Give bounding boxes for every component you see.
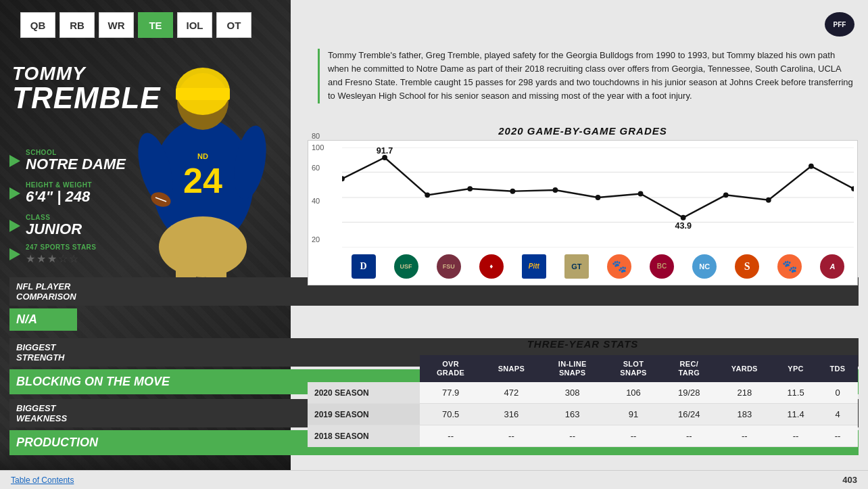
nfl-comparison-value-box: N/A xyxy=(9,308,77,331)
svg-text:91.7: 91.7 xyxy=(377,147,393,156)
stat-stars: 247 Sports Stars ★ ★ ★ ☆ ☆ xyxy=(9,243,97,265)
logo-unc: NC xyxy=(692,254,717,279)
stat-height: Height & Weight 6'4" | 248 xyxy=(9,181,92,205)
player-name: TOMMY TREMBLE xyxy=(12,64,161,113)
table-row: 2020 SEASON 77.9 472 308 106 19/28 218 1… xyxy=(308,382,858,404)
ypc-2020: 11.5 xyxy=(774,382,817,404)
tds-2020: 0 xyxy=(817,382,858,404)
logo-syracuse: S xyxy=(735,254,759,279)
stats-title: THREE-YEAR STATS xyxy=(308,338,858,350)
tab-ot[interactable]: OT xyxy=(216,12,251,38)
svg-point-23 xyxy=(467,186,473,191)
snaps-2019: 316 xyxy=(481,404,541,425)
school-arrow xyxy=(9,155,20,167)
stats-table: OVRGRADE SNAPS IN-LINESNAPS SLOTSNAPS RE… xyxy=(308,355,858,447)
logo-clemson: 🐾 xyxy=(607,254,631,279)
inline-2020: 308 xyxy=(541,382,604,404)
class-arrow xyxy=(9,220,20,232)
stars-display: ★ ★ ★ ☆ ☆ xyxy=(26,252,97,265)
svg-point-25 xyxy=(553,187,558,193)
season-2019: 2019 SEASON xyxy=(308,404,420,425)
bio-section: Tommy Tremble's father, Greg Tremble, pl… xyxy=(318,49,854,103)
rec-2019: 16/24 xyxy=(663,404,715,425)
svg-point-27 xyxy=(638,191,644,197)
snaps-2020: 472 xyxy=(481,382,541,404)
y-label-60: 60 xyxy=(312,164,320,172)
pff-logo: PFF xyxy=(825,12,854,37)
svg-text:43.9: 43.9 xyxy=(675,220,692,231)
yards-2018: -- xyxy=(715,425,775,447)
chart-container: 20 40 60 80 100 xyxy=(308,140,858,285)
logo-usf: USF xyxy=(394,254,418,279)
th-yards: YARDS xyxy=(715,355,775,382)
yards-2019: 183 xyxy=(715,404,775,425)
stats-section: THREE-YEAR STATS OVRGRADE SNAPS IN-LINES… xyxy=(308,338,858,447)
bio-text: Tommy Tremble's father, Greg Tremble, pl… xyxy=(328,49,854,103)
ypc-2018: -- xyxy=(774,425,817,447)
ovr-2020: 77.9 xyxy=(420,382,481,404)
svg-point-22 xyxy=(425,192,430,197)
svg-point-26 xyxy=(596,195,601,200)
tab-qb[interactable]: QB xyxy=(20,12,55,38)
y-label-20: 20 xyxy=(312,235,320,243)
star-5: ☆ xyxy=(69,252,78,265)
svg-text:24: 24 xyxy=(183,161,222,200)
th-rec: REC/TARG xyxy=(663,355,715,382)
height-value: 6'4" | 248 xyxy=(26,189,92,205)
chart-title: 2020 GAME-BY-GAME GRADES xyxy=(308,125,858,137)
school-value: NOTRE DAME xyxy=(26,156,126,172)
svg-text:ND: ND xyxy=(197,152,208,160)
tab-te[interactable]: TE xyxy=(138,12,173,38)
svg-point-7 xyxy=(159,216,247,277)
toc-link[interactable]: Table of Contents xyxy=(11,475,74,485)
svg-point-31 xyxy=(809,164,814,169)
table-row: 2019 SEASON 70.5 316 163 91 16/24 183 11… xyxy=(308,404,858,425)
logo-duke: D xyxy=(352,254,376,279)
season-2020: 2020 SEASON xyxy=(308,382,420,404)
yards-2020: 218 xyxy=(715,382,775,404)
tab-iol[interactable]: IOL xyxy=(177,12,212,38)
star-1: ★ xyxy=(26,252,35,265)
tab-rb[interactable]: RB xyxy=(59,12,95,38)
table-row: 2018 SEASON -- -- -- -- -- -- -- -- xyxy=(308,425,858,447)
svg-rect-4 xyxy=(176,88,230,100)
strength-value: BLOCKING ON THE MOVE xyxy=(16,375,170,388)
chart-svg: 91.7 43.9 xyxy=(342,147,854,248)
bio-border: Tommy Tremble's father, Greg Tremble, pl… xyxy=(318,49,854,103)
class-content: Class JUNIOR xyxy=(26,214,82,237)
height-content: Height & Weight 6'4" | 248 xyxy=(26,181,92,205)
tds-2018: -- xyxy=(817,425,858,447)
stars-content: 247 Sports Stars ★ ★ ★ ☆ ☆ xyxy=(26,243,97,265)
stat-school: School NOTRE DAME xyxy=(9,149,126,172)
th-inline: IN-LINESNAPS xyxy=(541,355,604,382)
player-last-name: TREMBLE xyxy=(12,83,161,113)
rec-2020: 19/28 xyxy=(663,382,715,404)
y-label-40: 40 xyxy=(312,197,320,205)
weakness-value: PRODUCTION xyxy=(16,436,98,449)
stars-arrow xyxy=(9,248,20,260)
logo-clemson2: 🐾 xyxy=(777,254,802,279)
ovr-2019: 70.5 xyxy=(420,404,481,425)
logo-bc: BC xyxy=(650,254,674,279)
th-tds: TDs xyxy=(817,355,858,382)
svg-point-21 xyxy=(382,155,387,160)
position-tabs: QB RB WR TE IOL OT xyxy=(20,12,251,38)
bottom-bar: Table of Contents 403 xyxy=(0,470,868,489)
tds-2019: 4 xyxy=(817,404,858,425)
logo-louisville: ♦ xyxy=(479,254,504,279)
stats-tbody: 2020 SEASON 77.9 472 308 106 19/28 218 1… xyxy=(308,382,858,447)
season-2018: 2018 SEASON xyxy=(308,425,420,447)
inline-2019: 163 xyxy=(541,404,604,425)
rec-2018: -- xyxy=(663,425,715,447)
school-content: School NOTRE DAME xyxy=(26,149,126,172)
logo-gt: GT xyxy=(564,254,589,279)
y-label-100: 100 xyxy=(312,143,324,152)
height-arrow xyxy=(9,187,20,200)
logo-pitt: Pitt xyxy=(522,254,546,279)
player-first-name: TOMMY xyxy=(12,64,161,83)
svg-point-28 xyxy=(681,215,686,220)
logo-fsu: FSU xyxy=(437,254,461,279)
svg-point-29 xyxy=(723,192,729,197)
tab-wr[interactable]: WR xyxy=(99,12,134,38)
nfl-comparison-value: N/A xyxy=(16,312,37,326)
